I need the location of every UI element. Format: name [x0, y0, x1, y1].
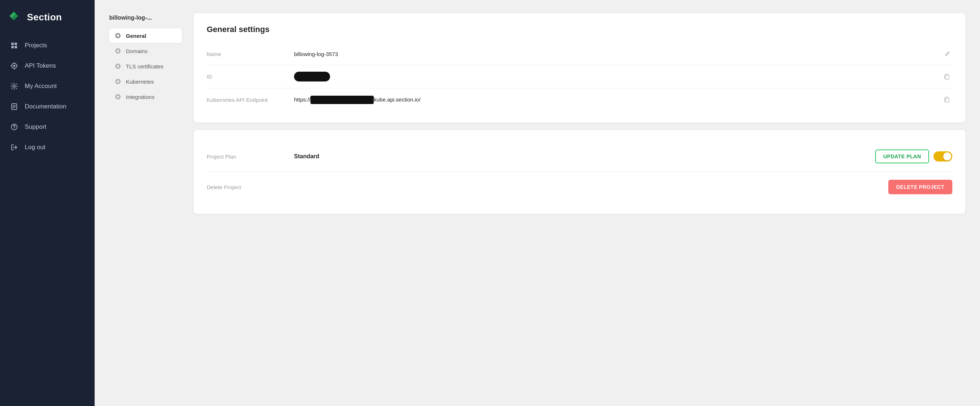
sidebar-item-api-tokens-label: API Tokens [25, 62, 56, 70]
doc-icon [10, 103, 18, 111]
k8s-endpoint-row: Kubernetes API Endpoint https:// kube.ap… [207, 89, 952, 111]
tls-icon [114, 63, 121, 70]
sidebar-nav: Projects API Tokens [0, 36, 95, 157]
name-action [942, 49, 952, 58]
sidebar-item-projects[interactable]: Projects [0, 36, 95, 55]
help-icon [10, 123, 18, 131]
delete-project-action: DELETE PROJECT [888, 180, 952, 194]
copy-id-button[interactable] [942, 72, 952, 81]
delete-project-label: Delete Project [207, 184, 287, 190]
plan-toggle[interactable] [934, 151, 952, 162]
k8s-endpoint-value: https:// kube.api.section.io/ [294, 96, 934, 104]
delete-project-row: Delete Project DELETE PROJECT [207, 172, 952, 202]
project-plan-row: Project Plan Standard UPDATE PLAN [207, 141, 952, 172]
svg-rect-2 [14, 43, 17, 45]
subnav-item-general[interactable]: General [109, 29, 182, 43]
sidebar-item-projects-label: Projects [25, 42, 47, 49]
subnav-general-label: General [126, 33, 146, 39]
svg-point-6 [13, 65, 15, 67]
id-value [294, 72, 934, 81]
k8s-endpoint-label: Kubernetes API Endpoint [207, 97, 287, 103]
subnav-item-kubernetes[interactable]: Kubernetes [109, 74, 182, 89]
svg-rect-35 [945, 98, 949, 102]
subnav-item-domains[interactable]: Domains [109, 44, 182, 58]
svg-rect-34 [945, 75, 949, 79]
api-icon [10, 62, 18, 70]
general-settings-title: General settings [207, 25, 952, 34]
svg-rect-4 [14, 46, 17, 48]
delete-project-button[interactable]: DELETE PROJECT [888, 180, 952, 194]
general-icon [114, 32, 121, 39]
subnav-kubernetes-label: Kubernetes [126, 79, 154, 85]
grid-icon [10, 41, 18, 49]
id-redacted [294, 72, 330, 81]
svg-point-17 [14, 128, 14, 129]
sidebar-item-api-tokens[interactable]: API Tokens [0, 56, 95, 76]
id-row: ID [207, 65, 952, 89]
id-label: ID [207, 73, 287, 80]
sidebar-item-my-account[interactable]: My Account [0, 76, 95, 96]
update-plan-button[interactable]: UPDATE PLAN [875, 149, 929, 163]
logout-icon [10, 143, 18, 151]
sidebar-logo: Section [0, 0, 95, 36]
name-label: Name [207, 51, 287, 57]
integrations-icon [114, 93, 121, 100]
k8s-endpoint-action [942, 95, 952, 105]
project-plan-value: Standard [294, 153, 868, 160]
project-breadcrumb: billowing-log-... [109, 14, 175, 21]
subnav-tls-label: TLS certificates [126, 63, 163, 70]
sidebar-item-documentation-label: Documentation [25, 103, 66, 110]
k8s-endpoint-redacted [310, 96, 374, 104]
sidebar-item-my-account-label: My Account [25, 82, 57, 90]
logo-text: Section [27, 12, 62, 23]
sidebar-item-documentation[interactable]: Documentation [0, 97, 95, 116]
gear-icon [10, 82, 18, 90]
sidebar-item-logout-label: Log out [25, 144, 46, 151]
sidebar-item-support-label: Support [25, 123, 46, 131]
copy-k8s-endpoint-button[interactable] [942, 95, 952, 105]
general-settings-card: General settings Name billowing-log-3573 [194, 13, 966, 123]
subnav-item-tls[interactable]: TLS certificates [109, 59, 182, 73]
name-value: billowing-log-3573 [294, 51, 935, 57]
section-logo-icon [9, 10, 22, 24]
svg-point-11 [13, 85, 15, 87]
left-column: billowing-log-... General [109, 13, 182, 393]
edit-name-button[interactable] [942, 49, 952, 58]
sub-nav: General Domains [109, 29, 182, 104]
name-row: Name billowing-log-3573 [207, 43, 952, 65]
subnav-integrations-label: Integrations [126, 94, 154, 100]
subnav-item-integrations[interactable]: Integrations [109, 89, 182, 104]
right-column: General settings Name billowing-log-3573 [194, 13, 966, 393]
svg-rect-1 [11, 43, 14, 45]
plan-card: Project Plan Standard UPDATE PLAN Delete… [194, 130, 966, 214]
content-area: billowing-log-... General [95, 0, 980, 406]
svg-rect-3 [11, 46, 14, 48]
subnav-domains-label: Domains [126, 48, 147, 54]
project-plan-label: Project Plan [207, 154, 287, 160]
domains-icon [114, 47, 121, 55]
kubernetes-icon [114, 78, 121, 85]
project-plan-actions: UPDATE PLAN [875, 149, 952, 163]
sidebar-item-logout[interactable]: Log out [0, 138, 95, 157]
main-content: billowing-log-... General [95, 0, 980, 406]
sidebar-item-support[interactable]: Support [0, 117, 95, 137]
id-action [942, 72, 952, 81]
sidebar: Section Projects [0, 0, 95, 406]
